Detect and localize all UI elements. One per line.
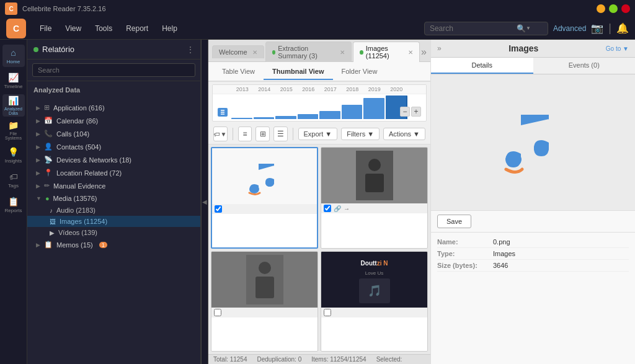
menu-tools[interactable]: Tools [89, 22, 118, 35]
thumbnail-item-2[interactable]: 🔗 → [321, 147, 428, 249]
sidebar-item-calls[interactable]: ▶ 📞 Calls (104) [27, 127, 200, 140]
sidebar-menu-icon[interactable]: ⋮ [187, 45, 194, 54]
bar-5[interactable] [342, 105, 363, 119]
tab-images-close[interactable]: ✕ [408, 49, 413, 56]
menu-help[interactable]: Help [156, 22, 184, 35]
status-dedup: Deduplication: 0 [257, 356, 302, 363]
videos-label: Vídeos (139) [58, 229, 97, 236]
nav-reports[interactable]: 📋 Reports [2, 193, 25, 216]
subtab-table[interactable]: Table View [213, 64, 264, 80]
nav-insights[interactable]: 💡 Insights [2, 144, 25, 166]
expand-icon: ▼ [36, 195, 42, 202]
advanced-button[interactable]: Advanced [553, 24, 586, 33]
tab-extraction-close[interactable]: ✕ [340, 49, 345, 56]
sidebar-item-location[interactable]: ▶ 📍 Location Related (72) [27, 166, 200, 179]
view-grid-button[interactable]: ⊞ [255, 127, 270, 141]
thumb-checkbox-1[interactable] [215, 205, 222, 213]
nav-analyzed-data[interactable]: 📊 Analyzed Data [2, 94, 25, 117]
contacts-label: Contacts (504) [56, 143, 101, 151]
nav-tags-label: Tags [8, 183, 19, 189]
actions-button[interactable]: Actions ▼ [383, 128, 425, 140]
expand-icon: ▶ [36, 105, 40, 111]
goto-button[interactable]: Go to ▼ [606, 45, 629, 52]
year-2020: 2020 [386, 86, 408, 92]
videos-icon: ▶ [50, 229, 55, 236]
tab-welcome-close[interactable]: ✕ [252, 49, 257, 56]
notification-icon[interactable]: 🔔 [616, 22, 629, 34]
bar-1[interactable] [254, 117, 275, 119]
thumb-footer-3 [211, 308, 318, 317]
nav-timeline[interactable]: 📈 Timeline [2, 69, 25, 92]
search-input[interactable] [430, 24, 517, 33]
minimize-button[interactable] [597, 4, 605, 13]
location-icon: 📍 [44, 169, 53, 177]
right-tab-details[interactable]: Details [431, 58, 533, 74]
subtab-folder[interactable]: Folder View [333, 64, 386, 80]
sidebar-collapse-handle[interactable]: ◀ [201, 40, 208, 364]
tag-filter-button[interactable]: 🏷▼ [213, 127, 228, 141]
menu-view[interactable]: View [59, 22, 87, 35]
menu-file[interactable]: File [33, 22, 58, 35]
bar-6[interactable] [363, 98, 384, 119]
sidebar-item-calendar[interactable]: ▶ 📅 Calendar (86) [27, 114, 200, 127]
sidebar-item-videos[interactable]: ▶ Vídeos (139) [27, 227, 200, 238]
close-button[interactable] [621, 4, 630, 13]
sidebar-tree: ▶ ⊞ Application (616) ▶ 📅 Calendar (86) … [27, 99, 200, 364]
bar-3[interactable] [298, 114, 319, 119]
sidebar-item-devices[interactable]: ▶ 📡 Devices & Networks (18) [27, 153, 200, 166]
file-systems-icon: 📁 [8, 120, 19, 130]
export-label: Export [304, 130, 324, 138]
view-list-button[interactable]: ≡ [238, 127, 252, 141]
thumbnail-item-3[interactable] [211, 251, 318, 352]
nav-home[interactable]: ⌂ Home [2, 45, 25, 67]
tabs-overflow-button[interactable]: » [421, 47, 427, 58]
search-dropdown-icon[interactable]: ▼ [526, 25, 531, 31]
maximize-button[interactable] [609, 4, 618, 13]
content-toolbar: 🏷▼ ≡ ⊞ ☰ Export ▼ Filters ▼ Actions ▼ [208, 124, 430, 144]
menu-logo: C [6, 19, 26, 38]
thumb-checkbox-3[interactable] [214, 309, 221, 316]
nav-tags[interactable]: 🏷 Tags [2, 169, 25, 191]
tab-extraction[interactable]: Extraction Summary (3) ✕ [265, 42, 352, 62]
right-preview-area [431, 74, 635, 211]
timeline-icon: 📈 [8, 73, 19, 82]
camera-icon[interactable]: 📷 [591, 22, 603, 34]
bar-4[interactable] [319, 111, 340, 119]
thumb-checkbox-2[interactable] [324, 205, 331, 212]
toolbar-sep-2 [293, 128, 293, 140]
analyzed-data-icon: 📊 [8, 95, 19, 105]
menu-report[interactable]: Report [120, 22, 154, 35]
bar-0[interactable] [231, 118, 252, 119]
zoom-in-button[interactable]: + [411, 107, 421, 117]
sidebar-item-manual[interactable]: ▶ ✏ Manual Evidence [27, 179, 200, 192]
thumbnail-item-4[interactable]: Douttzi N Love Us 🎵 [321, 251, 428, 352]
sidebar-search-input[interactable] [32, 63, 195, 77]
sidebar-item-audio[interactable]: ♪ Audio (2183) [27, 205, 200, 216]
sidebar-item-memos[interactable]: ▶ 📋 Memos (15) 1 [27, 238, 200, 251]
tab-welcome[interactable]: Welcome ✕ [212, 45, 264, 58]
thumb-checkbox-4[interactable] [324, 309, 331, 316]
sidebar-item-images[interactable]: 🖼 Images (11254) [27, 216, 200, 227]
save-button[interactable]: Save [437, 215, 471, 228]
export-button[interactable]: Export ▼ [298, 128, 338, 140]
subtab-thumbnail[interactable]: Thumbnail View [264, 64, 333, 80]
thumbnail-item-1[interactable] [211, 147, 318, 249]
timeline-list-icon[interactable] [218, 108, 228, 117]
detail-row-type: Type: Images [437, 248, 629, 260]
right-tab-events[interactable]: Events (0) [533, 58, 636, 74]
view-detail-button[interactable]: ☰ [273, 127, 288, 141]
filters-button[interactable]: Filters ▼ [341, 128, 380, 140]
zoom-out-button[interactable]: − [400, 107, 410, 117]
devices-icon: 📡 [44, 156, 53, 164]
menu-items: File View Tools Report Help [33, 22, 424, 35]
bar-2[interactable] [275, 116, 296, 119]
nav-file-systems[interactable]: 📁 File Systems [2, 119, 25, 141]
filters-label: Filters [347, 130, 365, 138]
tab-images[interactable]: Images (11254) ✕ [353, 42, 420, 62]
nav-timeline-label: Timeline [4, 84, 23, 89]
menubar-toolbar: 📷 | 🔔 [591, 22, 629, 35]
detail-name-value: 0.png [493, 238, 510, 246]
sidebar-item-contacts[interactable]: ▶ 👤 Contacts (504) [27, 140, 200, 153]
sidebar-item-application[interactable]: ▶ ⊞ Application (616) [27, 101, 200, 114]
sidebar-item-media[interactable]: ▼ ● Media (13576) [27, 192, 200, 205]
